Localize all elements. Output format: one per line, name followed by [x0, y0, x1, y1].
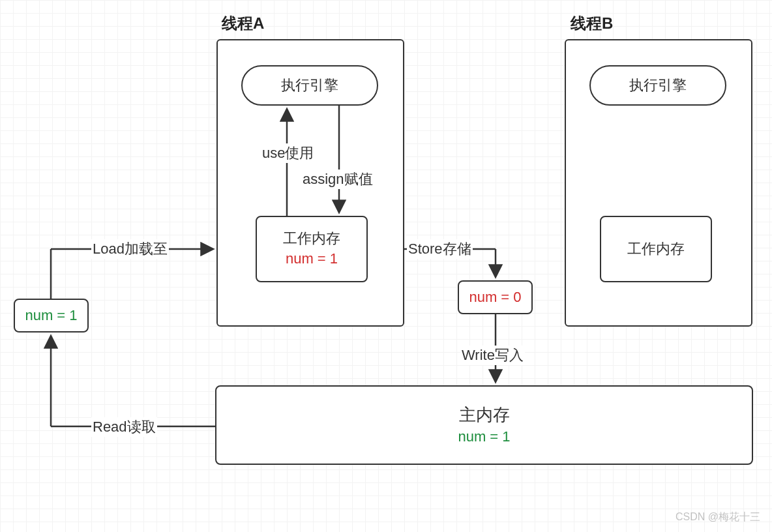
edge-assign-label: assign赋值	[301, 170, 374, 189]
watermark: CSDN @梅花十三	[676, 510, 760, 524]
thread-b-engine-label: 执行引擎	[629, 76, 687, 95]
main-memory: 主内存 num = 1	[215, 385, 753, 465]
edge-write-label: Write写入	[460, 346, 525, 365]
thread-b-engine: 执行引擎	[589, 65, 726, 106]
thread-a-working-memory-label: 工作内存	[283, 229, 340, 249]
edge-read-label: Read读取	[91, 417, 157, 437]
thread-a-title: 线程A	[222, 13, 264, 34]
thread-a-engine-label: 执行引擎	[281, 76, 338, 95]
thread-a-working-memory: 工作内存 num = 1	[256, 216, 368, 282]
thread-b-working-memory-label: 工作内存	[627, 239, 685, 259]
edge-use-label: use使用	[261, 143, 315, 163]
thread-a-working-value: num = 1	[286, 249, 338, 269]
load-value: num = 1	[25, 306, 77, 326]
store-value-box: num = 0	[458, 280, 533, 314]
thread-b-working-memory: 工作内存	[600, 216, 712, 282]
diagram-canvas: 线程A 线程B 执行引擎 工作内存 num = 1 执行引擎 工作内存 num …	[0, 0, 772, 532]
edge-load-label: Load加载至	[91, 239, 169, 259]
edge-store-label: Store存储	[407, 239, 473, 259]
main-memory-title: 主内存	[459, 403, 510, 426]
thread-a-engine: 执行引擎	[241, 65, 378, 106]
load-value-box: num = 1	[14, 299, 89, 332]
store-value: num = 0	[469, 288, 521, 308]
main-memory-value: num = 1	[458, 427, 510, 447]
thread-b-title: 线程B	[571, 13, 613, 34]
